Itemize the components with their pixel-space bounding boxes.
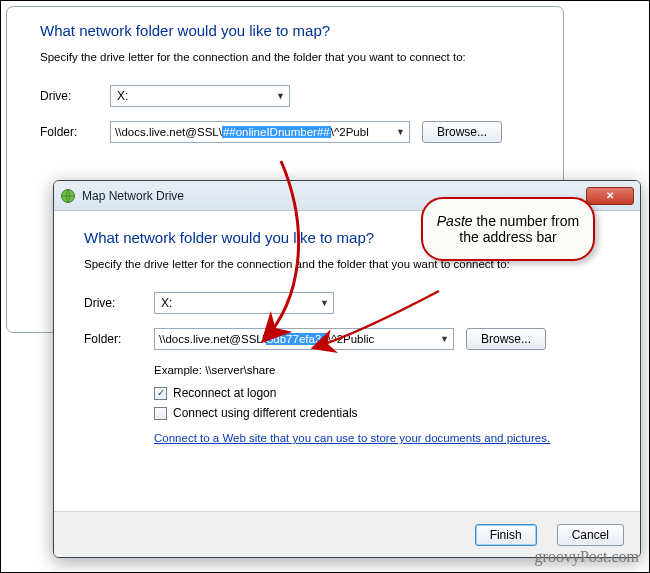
callout-emphasis: Paste [437, 213, 473, 229]
close-icon: ✕ [606, 190, 614, 201]
callout-text: the number from the address bar [459, 213, 579, 245]
drive-dropdown[interactable]: X: ▼ [110, 85, 290, 107]
folder-path-prefix: \\docs.live.net@SSL\ [115, 126, 222, 138]
different-credentials-checkbox[interactable] [154, 407, 167, 420]
reconnect-label: Reconnect at logon [173, 386, 276, 400]
different-credentials-label: Connect using different credentials [173, 406, 358, 420]
reconnect-checkbox[interactable] [154, 387, 167, 400]
browse-button[interactable]: Browse... [466, 328, 546, 350]
watermark: groovyPost.com [535, 548, 639, 566]
drive-label: Drive: [84, 296, 154, 310]
drive-label: Drive: [40, 89, 110, 103]
close-button[interactable]: ✕ [586, 187, 634, 205]
folder-combobox[interactable]: \\docs.live.net@SSL\5db77efa3c\^2Public … [154, 328, 454, 350]
cancel-button[interactable]: Cancel [557, 524, 624, 546]
folder-path-suffix: \^2Publ [331, 126, 369, 138]
chevron-down-icon: ▼ [276, 91, 285, 101]
drive-value: X: [117, 89, 128, 103]
wizard-subtext: Specify the drive letter for the connect… [40, 51, 530, 63]
folder-path-selection: ##onlineIDnumber## [222, 126, 331, 138]
drive-value: X: [161, 296, 172, 310]
annotation-callout: Paste the number from the address bar [421, 197, 595, 261]
example-text: Example: \\server\share [154, 364, 610, 376]
chevron-down-icon: ▼ [320, 298, 329, 308]
connect-website-link[interactable]: Connect to a Web site that you can use t… [154, 432, 550, 444]
drive-network-icon [60, 188, 76, 204]
finish-button[interactable]: Finish [475, 524, 537, 546]
window-title: Map Network Drive [82, 189, 184, 203]
folder-path-suffix: \^2Public [328, 333, 374, 345]
chevron-down-icon: ▼ [440, 334, 449, 344]
folder-label: Folder: [40, 125, 110, 139]
folder-path-prefix: \\docs.live.net@SSL\ [159, 333, 266, 345]
browse-button[interactable]: Browse... [422, 121, 502, 143]
drive-dropdown[interactable]: X: ▼ [154, 292, 334, 314]
chevron-down-icon: ▼ [396, 127, 405, 137]
folder-combobox[interactable]: \\docs.live.net@SSL\##onlineIDnumber##\^… [110, 121, 410, 143]
folder-label: Folder: [84, 332, 154, 346]
wizard-heading: What network folder would you like to ma… [40, 22, 530, 39]
folder-path-selection: 5db77efa3c [266, 333, 328, 345]
